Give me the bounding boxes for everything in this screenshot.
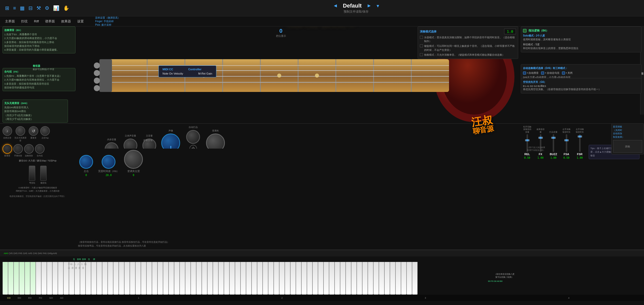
- white-key[interactable]: [135, 262, 141, 295]
- white-key[interactable]: [185, 262, 191, 295]
- white-key[interactable]: [124, 262, 130, 295]
- white-key[interactable]: [335, 262, 340, 295]
- white-key[interactable]: [401, 262, 407, 295]
- white-key[interactable]: [268, 262, 274, 295]
- auto-hammer-check[interactable]: [541, 72, 544, 75]
- nav-score[interactable]: 谱界面: [45, 19, 55, 24]
- hammer-btn[interactable]: [35, 144, 45, 154]
- sustain-toggle[interactable]: 踏板: [613, 140, 642, 153]
- white-key[interactable]: [384, 262, 390, 295]
- white-key[interactable]: [97, 262, 102, 295]
- white-key[interactable]: [312, 262, 318, 295]
- legato-btn[interactable]: [24, 144, 34, 154]
- white-key[interactable]: [412, 262, 418, 295]
- white-key[interactable]: [229, 262, 235, 295]
- preset-nav-left[interactable]: ◄: [333, 3, 338, 9]
- white-key[interactable]: [252, 262, 257, 295]
- white-key[interactable]: [41, 262, 47, 295]
- white-key[interactable]: [58, 262, 63, 295]
- white-key[interactable]: [130, 262, 135, 295]
- white-key[interactable]: [307, 262, 312, 295]
- white-key[interactable]: [296, 262, 301, 295]
- white-key[interactable]: [163, 262, 169, 295]
- midi-cc-popup[interactable]: MIDI CC Controller Note On Velocity M-Re…: [158, 65, 216, 77]
- white-key[interactable]: [3, 262, 8, 295]
- grid-icon[interactable]: ⊞: [5, 5, 9, 11]
- white-key[interactable]: [8, 262, 14, 295]
- palm-mute-btn[interactable]: [13, 144, 23, 154]
- white-key[interactable]: [191, 262, 196, 295]
- white-key[interactable]: [119, 262, 124, 295]
- white-key[interactable]: [379, 262, 384, 295]
- white-key[interactable]: [224, 262, 229, 295]
- preset-nav-down[interactable]: ▾: [377, 3, 379, 9]
- white-key[interactable]: [318, 262, 324, 295]
- standard-btn[interactable]: [3, 144, 12, 154]
- nav-settings[interactable]: 设置: [77, 19, 84, 24]
- mod-wheel[interactable]: [40, 166, 47, 181]
- white-key[interactable]: [36, 262, 41, 295]
- settings-icon[interactable]: ⚙: [45, 5, 49, 11]
- white-key[interactable]: [340, 262, 346, 295]
- white-key[interactable]: [213, 262, 218, 295]
- white-key[interactable]: [202, 262, 207, 295]
- preset-nav-right[interactable]: ►: [367, 3, 372, 9]
- white-key[interactable]: [180, 262, 185, 295]
- white-key[interactable]: [14, 262, 19, 295]
- white-key[interactable]: [329, 262, 335, 295]
- white-key[interactable]: [290, 262, 296, 295]
- white-key[interactable]: [19, 262, 25, 295]
- white-key[interactable]: [324, 262, 329, 295]
- white-key[interactable]: [395, 262, 401, 295]
- repeat-btn[interactable]: ↺: [29, 126, 38, 136]
- white-key[interactable]: [157, 262, 163, 295]
- white-key[interactable]: [30, 262, 36, 295]
- white-key[interactable]: [174, 262, 180, 295]
- white-key[interactable]: [346, 262, 351, 295]
- white-key[interactable]: [141, 262, 146, 295]
- white-key[interactable]: [146, 262, 152, 295]
- white-key[interactable]: [407, 262, 412, 295]
- no-head-tail-btn[interactable]: [16, 126, 25, 136]
- bend-knob[interactable]: [124, 150, 143, 169]
- white-key[interactable]: [108, 262, 113, 295]
- white-key[interactable]: [357, 262, 362, 295]
- white-key[interactable]: [240, 262, 246, 295]
- white-key[interactable]: [152, 262, 157, 295]
- auto-slide-check[interactable]: [523, 72, 526, 75]
- white-key[interactable]: [373, 262, 379, 295]
- list-icon[interactable]: ≡: [13, 5, 16, 11]
- harmonics-btn[interactable]: ♪: [3, 126, 12, 136]
- tap-btn[interactable]: [40, 126, 50, 136]
- white-key[interactable]: [362, 262, 368, 295]
- white-key[interactable]: [218, 262, 224, 295]
- white-key[interactable]: [274, 262, 279, 295]
- card-icon[interactable]: ⊟: [28, 5, 33, 11]
- white-key[interactable]: [246, 262, 252, 295]
- auto-off-check[interactable]: [562, 72, 565, 75]
- tune-icon[interactable]: ⚒: [36, 5, 41, 11]
- white-key[interactable]: [351, 262, 357, 295]
- white-key[interactable]: [301, 262, 307, 295]
- white-key[interactable]: [263, 262, 268, 295]
- nav-riff[interactable]: Riff: [34, 19, 39, 23]
- hand-icon[interactable]: ✋: [63, 5, 69, 11]
- white-key[interactable]: [257, 262, 263, 295]
- bend-wheel[interactable]: [29, 166, 35, 181]
- white-key[interactable]: [113, 262, 119, 295]
- white-key[interactable]: [91, 262, 97, 295]
- chart-icon[interactable]: 📊: [53, 5, 59, 11]
- white-key[interactable]: [390, 262, 395, 295]
- white-key[interactable]: [25, 262, 30, 295]
- white-key[interactable]: [47, 262, 52, 295]
- table-icon[interactable]: ▦: [20, 5, 25, 11]
- width-knob[interactable]: [102, 155, 115, 169]
- nav-effects[interactable]: 效果器: [61, 19, 71, 24]
- white-key[interactable]: [368, 262, 373, 295]
- white-key[interactable]: [279, 262, 285, 295]
- white-key[interactable]: [285, 262, 290, 295]
- white-key[interactable]: [196, 262, 202, 295]
- white-key[interactable]: [52, 262, 58, 295]
- white-key[interactable]: [102, 262, 108, 295]
- lr-knob[interactable]: [79, 155, 93, 169]
